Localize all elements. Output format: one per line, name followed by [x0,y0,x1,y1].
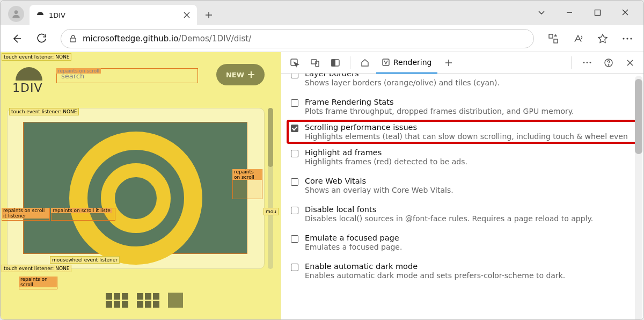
tab-rendering-label: Rendering [393,58,432,67]
option-description: Enables automatic dark mode and sets pre… [305,271,565,280]
maximize-button[interactable] [590,5,605,20]
option-checkbox[interactable] [291,99,298,107]
browser-tab[interactable]: 1DIV [30,5,197,25]
rendering-option: Emulate a focused page Emulates a focuse… [289,228,636,257]
block-icon[interactable] [168,293,183,308]
extensions-icon[interactable] [544,29,563,48]
option-description: Highlights elements (teal) that can slow… [305,132,628,141]
devtools-panel: Rendering Layer borders Shows layer bord… [281,52,643,319]
window-titlebar: 1DIV [1,1,643,25]
search-input[interactable]: search repaints on scroll [56,68,198,83]
svg-point-18 [608,64,609,66]
grid-icon[interactable] [106,293,128,308]
overlay-repaints: repaints on scroll [232,169,262,180]
option-title: Enable automatic dark mode [305,262,565,271]
svg-point-0 [14,10,18,14]
svg-rect-12 [332,60,335,66]
rendering-options-panel: Layer borders Shows layer borders (orang… [281,74,643,319]
rendering-option: Scrolling performance issues Highlights … [287,120,638,144]
option-checkbox[interactable] [291,264,298,271]
browser-toolbar: microsoftedge.github.io/Demos/1DIV/dist/ [1,25,643,52]
inspect-icon[interactable] [286,54,304,72]
svg-rect-1 [595,10,600,15]
option-title: Emulate a focused page [305,234,402,242]
option-checkbox[interactable] [291,178,298,186]
new-tab-button[interactable] [200,6,217,24]
option-title: Disable local fonts [305,205,593,214]
devtools-scrollbar[interactable] [635,76,642,319]
devtools-tabbar: Rendering [281,52,643,74]
minimize-button[interactable] [562,5,577,20]
option-description: Shows an overlay with Core Web Vitals. [305,186,453,194]
favorites-icon[interactable] [593,29,612,48]
option-title: Highlight ad frames [305,148,467,157]
overlay-repaints: repaints on scroll [56,68,101,74]
add-tab-button[interactable] [440,54,458,72]
overlay-touch-listener: touch event listener: NONE [9,108,79,115]
rings-graphic-icon [69,132,202,265]
option-checkbox[interactable] [291,150,298,157]
tab-title: 1DIV [49,11,179,19]
address-bar[interactable]: microsoftedge.github.io/Demos/1DIV/dist/ [61,29,534,48]
new-button[interactable]: NEW [216,64,265,85]
rendering-option: Enable automatic dark mode Enables autom… [289,257,636,285]
card-scrollbar[interactable] [268,108,273,269]
rendering-icon [382,58,390,67]
overlay-box: repaints on scroll it listener [2,208,50,221]
more-icon[interactable] [578,54,596,72]
svg-rect-2 [70,38,76,42]
option-title: Frame Rendering Stats [305,98,574,106]
svg-rect-3 [549,34,553,38]
tab-rendering[interactable]: Rendering [376,52,437,74]
overlay-box: repaints on scroll [232,169,262,199]
option-title: Layer borders [305,74,500,78]
svg-point-14 [583,62,585,63]
logo-text: 1DIV [12,81,42,94]
tab-favicon-icon [36,11,45,19]
option-checkbox[interactable] [291,235,298,243]
option-description: Emulates a focused page. [305,243,402,251]
help-icon[interactable] [599,54,618,72]
overlay-touch-listener: touch event listener: NONE [2,53,71,61]
overlay-box: repaints on scroll it liste [51,208,115,221]
lock-icon [69,34,77,43]
panel-toggle-icon[interactable] [326,54,345,72]
grid-icon[interactable] [137,293,159,308]
back-button[interactable] [7,29,26,48]
caret-down-icon[interactable] [534,5,549,20]
close-devtools-icon[interactable] [621,54,639,72]
refresh-button[interactable] [32,29,51,48]
svg-point-6 [626,38,628,39]
svg-rect-4 [554,39,558,43]
menu-icon[interactable] [618,29,637,48]
tab-close-icon[interactable] [183,11,191,19]
overlay-repaints: repaints on scroll [19,277,57,287]
rendering-option: Frame Rendering Stats Plots frame throug… [289,92,636,121]
device-toggle-icon[interactable] [306,54,324,72]
option-title: Core Web Vitals [305,177,453,185]
profile-avatar[interactable] [8,6,24,22]
page-preview: touch event listener: NONE 1DIV search r… [1,52,281,319]
option-description: Disables local() sources in @font-face r… [305,214,593,223]
new-button-label: NEW [226,71,244,79]
rendering-option: Core Web Vitals Shows an overlay with Co… [289,171,636,200]
svg-point-16 [590,62,591,63]
option-checkbox[interactable] [291,125,298,132]
read-aloud-icon[interactable] [568,29,588,48]
option-checkbox[interactable] [291,207,298,214]
welcome-tab-icon[interactable] [356,54,374,72]
overlay-repaints: repaints on scroll it listener [2,208,49,219]
overlay-box: repaints on scroll [19,277,57,289]
option-checkbox[interactable] [291,74,298,78]
option-description: Highlights frames (red) detected to be a… [305,157,467,166]
svg-point-7 [630,38,632,39]
overlay-repaints: repaints on scroll it liste [51,208,112,213]
svg-point-5 [623,38,624,39]
overlay-mou: mou [264,208,279,215]
option-description: Shows layer borders (orange/olive) and t… [305,78,500,87]
rendering-option: Disable local fonts Disables local() sou… [289,200,636,228]
bottom-toolbar [17,293,183,308]
option-title: Scrolling performance issues [305,123,628,132]
url-text: microsoftedge.github.io/Demos/1DIV/dist/ [83,34,251,43]
close-button[interactable] [618,5,633,20]
